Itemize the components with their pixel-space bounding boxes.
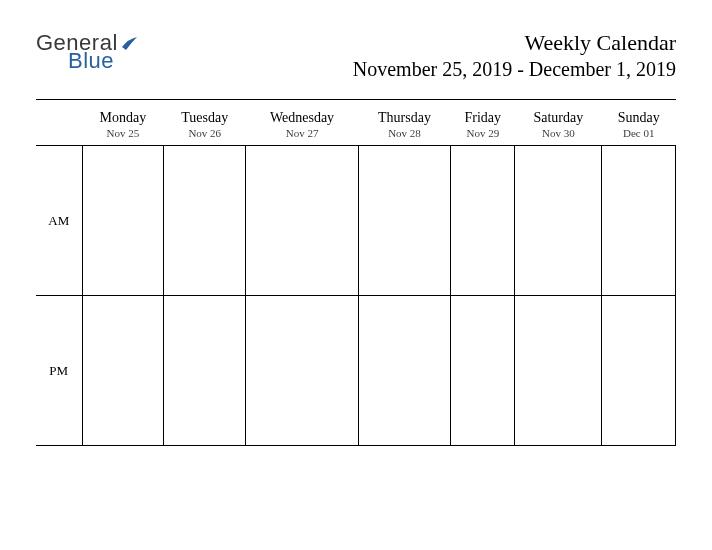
calendar-cell [82,296,164,446]
day-header: Tuesday [164,106,246,127]
day-date: Nov 25 [82,127,164,146]
day-header: Saturday [515,106,602,127]
day-date-row: Nov 25 Nov 26 Nov 27 Nov 28 Nov 29 Nov 3… [36,127,676,146]
calendar-cell [451,296,515,446]
page-title: Weekly Calendar [353,30,676,56]
header-rule [36,99,676,100]
day-date: Nov 30 [515,127,602,146]
day-header: Wednesday [246,106,358,127]
calendar-cell [82,146,164,296]
day-date: Nov 27 [246,127,358,146]
logo: General Blue [36,32,140,72]
day-date: Nov 29 [451,127,515,146]
calendar-cell [246,296,358,446]
pm-label: PM [36,296,82,446]
calendar-cell [515,296,602,446]
header: General Blue Weekly Calendar November 25… [36,30,676,81]
calendar-cell [164,146,246,296]
am-row: AM [36,146,676,296]
calendar-cell [164,296,246,446]
am-label: AM [36,146,82,296]
calendar-cell [602,146,676,296]
logo-text-blue: Blue [68,50,140,72]
day-date: Nov 26 [164,127,246,146]
day-header: Friday [451,106,515,127]
calendar-cell [358,146,451,296]
day-date: Nov 28 [358,127,451,146]
calendar-cell [246,146,358,296]
title-block: Weekly Calendar November 25, 2019 - Dece… [353,30,676,81]
calendar-cell [602,296,676,446]
day-header: Monday [82,106,164,127]
weekly-calendar: Monday Tuesday Wednesday Thursday Friday… [36,106,676,446]
calendar-cell [515,146,602,296]
pm-row: PM [36,296,676,446]
day-header: Thursday [358,106,451,127]
calendar-cell [358,296,451,446]
day-date: Dec 01 [602,127,676,146]
date-range: November 25, 2019 - December 1, 2019 [353,58,676,81]
day-header: Sunday [602,106,676,127]
calendar-cell [451,146,515,296]
day-name-row: Monday Tuesday Wednesday Thursday Friday… [36,106,676,127]
